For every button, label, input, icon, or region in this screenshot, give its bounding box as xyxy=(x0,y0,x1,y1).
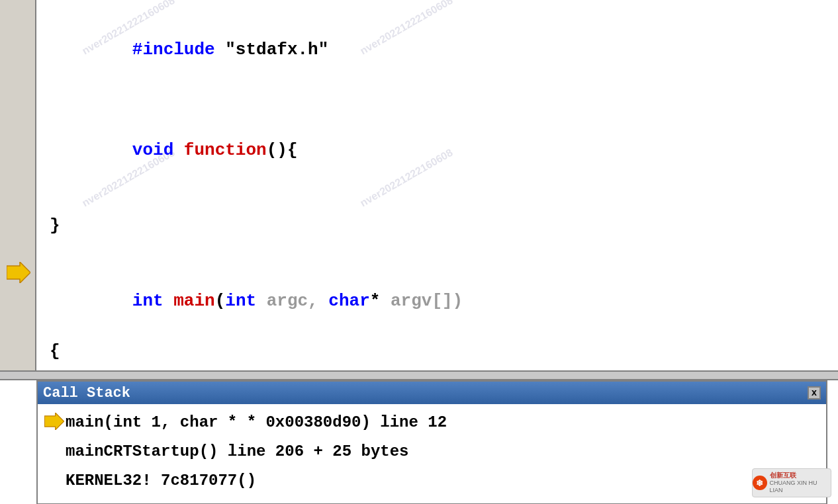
callstack-text-1: mainCRTStartup() line 206 + 25 bytes xyxy=(66,441,408,463)
svg-marker-0 xyxy=(7,262,30,283)
logo-line1: 创新互联 xyxy=(770,472,831,480)
code-content: nver20221222160608 nver20221222160608 nv… xyxy=(36,0,838,370)
svg-marker-1 xyxy=(44,413,64,430)
code-line-function-call: function(); xyxy=(50,364,825,370)
logo-badge: ❄ 创新互联 CHUANG XIN HU LIAN xyxy=(752,468,831,497)
logo-line2: CHUANG XIN HU LIAN xyxy=(770,480,831,494)
callstack-text-0: main(int 1, char * * 0x00380d90) line 12 xyxy=(66,411,447,434)
callstack-header: Call Stack x xyxy=(38,382,826,404)
callstack-row-2: KERNEL32! 7c817077() xyxy=(44,466,819,495)
code-line-open-brace: { xyxy=(50,339,825,364)
logo-text: 创新互联 CHUANG XIN HU LIAN xyxy=(770,472,831,494)
code-text-include: #include "stdafx.h" xyxy=(50,12,328,87)
callstack-panel: Call Stack x main(int 1, char * * 0x0038… xyxy=(36,380,827,504)
callstack-row-1: mainCRTStartup() line 206 + 25 bytes xyxy=(44,437,819,466)
code-text-int-main: int main(int argc, char* argv[]) xyxy=(50,263,463,339)
debug-arrow-code xyxy=(7,262,30,283)
callstack-body: main(int 1, char * * 0x00380d90) line 12… xyxy=(38,404,826,503)
callstack-arrow-0 xyxy=(44,413,66,433)
callstack-row-0: main(int 1, char * * 0x00380d90) line 12 xyxy=(44,408,819,437)
code-text-close1: } xyxy=(50,213,60,238)
code-line-blank1 xyxy=(50,87,825,112)
separator xyxy=(0,370,838,380)
line-gutter xyxy=(0,0,36,370)
code-line-void: void function(){ xyxy=(50,112,825,188)
code-text-function-call: function(); xyxy=(50,364,287,370)
code-line-blank2 xyxy=(50,188,825,213)
code-editor: nver20221222160608 nver20221222160608 nv… xyxy=(0,0,838,370)
code-text-void: void function(){ xyxy=(50,112,297,188)
code-line-include: #include "stdafx.h" xyxy=(50,12,825,87)
code-line-close1: } xyxy=(50,213,825,238)
callstack-title: Call Stack xyxy=(43,385,130,401)
code-text-open-brace: { xyxy=(50,339,60,364)
callstack-close-button[interactable]: x xyxy=(808,386,821,399)
code-line-blank3 xyxy=(50,238,825,263)
code-line-int-main: int main(int argc, char* argv[]) xyxy=(50,263,825,339)
callstack-text-2: KERNEL32! 7c817077() xyxy=(66,470,256,492)
logo-icon: ❄ xyxy=(753,476,767,490)
